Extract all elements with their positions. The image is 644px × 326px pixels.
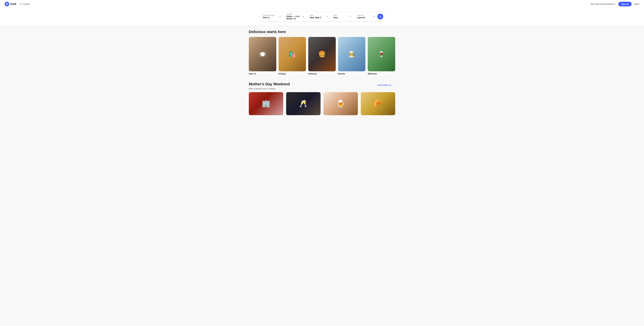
date-label: Date (310, 14, 321, 16)
date-value: Wed, May 8 (310, 16, 321, 19)
explore-all-arrow-icon: → (393, 84, 395, 86)
reservation-type-field[interactable]: Reservation type Dine in ▾ (260, 13, 284, 20)
category-img-events: 👨‍🍳 (338, 37, 366, 71)
restaurant-card-4[interactable]: 🥐 (361, 92, 395, 115)
header-left: tock Search (5, 2, 30, 6)
category-card-dine-in[interactable]: 🍽️ Dine in (249, 37, 276, 75)
use-tock-label: Use Tock at your business (590, 3, 614, 5)
external-link-icon: ↗ (615, 3, 616, 5)
category-card-wineries[interactable]: 🍷 Wineries (368, 37, 395, 75)
mothers-day-subtitle: Book a brunch, tea, or tasting. (249, 88, 395, 90)
search-submit-icon (379, 15, 382, 18)
login-button[interactable]: Log in (634, 3, 639, 5)
svg-line-3 (22, 5, 22, 5)
explore-all-label: EXPLORE ALL (378, 84, 392, 86)
logo[interactable]: tock (5, 2, 16, 6)
category-img-wineries: 🍷 (368, 37, 395, 71)
restaurant-card-3[interactable]: 🍺 (324, 92, 358, 115)
use-tock-button[interactable]: Use Tock at your business ↗ (590, 3, 616, 5)
location-label: Location (286, 13, 302, 15)
restaurant-img-2: 🥂 (286, 92, 320, 115)
category-card-delivery[interactable]: 🍔 Delivery (308, 37, 336, 75)
restaurant-card-2[interactable]: 🥂 (286, 92, 320, 115)
mothers-day-title: Mother's Day Weekend (249, 82, 290, 86)
date-chevron: ▾ (327, 16, 328, 18)
search-label: Search (23, 3, 30, 5)
category-card-pickup[interactable]: 🛍️ Pickup (278, 37, 306, 75)
party-size-field[interactable]: Party size 2 guests ▾ (354, 13, 378, 20)
svg-line-5 (381, 17, 381, 18)
category-name-wineries: Wineries (368, 72, 395, 75)
restaurant-img-1: 🏢 (249, 92, 283, 115)
time-value: Now (334, 16, 338, 19)
category-name-delivery: Delivery (308, 72, 336, 75)
category-grid: 🍽️ Dine in 🛍️ Pickup 🍔 Delivery 👨‍🍳 (249, 37, 395, 75)
location-field[interactable]: Location Dallas — Fort Worth, TX ▾ (284, 12, 307, 21)
category-name-events: Events (338, 72, 366, 75)
search-bar: Reservation type Dine in ▾ Location Dall… (260, 12, 384, 22)
svg-point-2 (20, 3, 22, 5)
category-card-events[interactable]: 👨‍🍳 Events (338, 37, 366, 75)
search-submit-button[interactable] (378, 14, 383, 20)
category-name-pickup: Pickup (278, 72, 306, 75)
main-content: Delicious starts here 🍽️ Dine in 🛍️ Pick… (245, 25, 399, 120)
party-size-value: 2 guests (357, 16, 365, 19)
category-name-dine-in: Dine in (249, 72, 276, 75)
party-size-chevron: ▾ (374, 16, 374, 18)
category-img-dine-in: 🍽️ (249, 37, 276, 71)
reservation-type-value: Dine in (263, 16, 275, 19)
signup-button[interactable]: Sign up (618, 2, 632, 6)
header: tock Search Use Tock at your business ↗ … (0, 0, 644, 8)
time-field[interactable]: Time Now ▾ (330, 13, 354, 20)
svg-point-4 (380, 16, 381, 17)
logo-text: tock (10, 2, 16, 6)
restaurant-img-4: 🥐 (361, 92, 395, 115)
reservation-type-chevron: ▾ (280, 16, 280, 18)
svg-point-1 (6, 4, 8, 5)
delicious-title: Delicious starts here (249, 30, 395, 34)
search-button[interactable]: Search (20, 3, 30, 5)
search-bar-wrapper: Reservation type Dine in ▾ Location Dall… (0, 8, 644, 25)
explore-all-button[interactable]: EXPLORE ALL → (378, 84, 395, 86)
delicious-section: Delicious starts here 🍽️ Dine in 🛍️ Pick… (249, 30, 395, 75)
category-img-pickup: 🛍️ (278, 37, 306, 71)
mothers-day-header: Mother's Day Weekend EXPLORE ALL → (249, 82, 395, 86)
reservation-type-label: Reservation type (263, 14, 275, 16)
search-icon (20, 3, 22, 5)
location-chevron: ▾ (303, 16, 304, 18)
tock-logo-icon (5, 2, 9, 6)
restaurant-img-3: 🍺 (324, 92, 358, 115)
restaurant-card-1[interactable]: 🏢 (249, 92, 283, 115)
mothers-day-section: Mother's Day Weekend EXPLORE ALL → Book … (249, 82, 395, 115)
location-value: Dallas — Fort Worth, TX (286, 15, 302, 20)
party-size-label: Party size (357, 14, 365, 16)
header-right: Use Tock at your business ↗ Sign up Log … (590, 2, 639, 6)
restaurant-grid: 🏢 🥂 🍺 🥐 (249, 92, 395, 115)
time-chevron: ▾ (350, 16, 351, 18)
category-img-delivery: 🍔 (308, 37, 336, 71)
time-label: Time (334, 14, 338, 16)
date-field[interactable]: Date Wed, May 8 ▾ (307, 13, 330, 20)
